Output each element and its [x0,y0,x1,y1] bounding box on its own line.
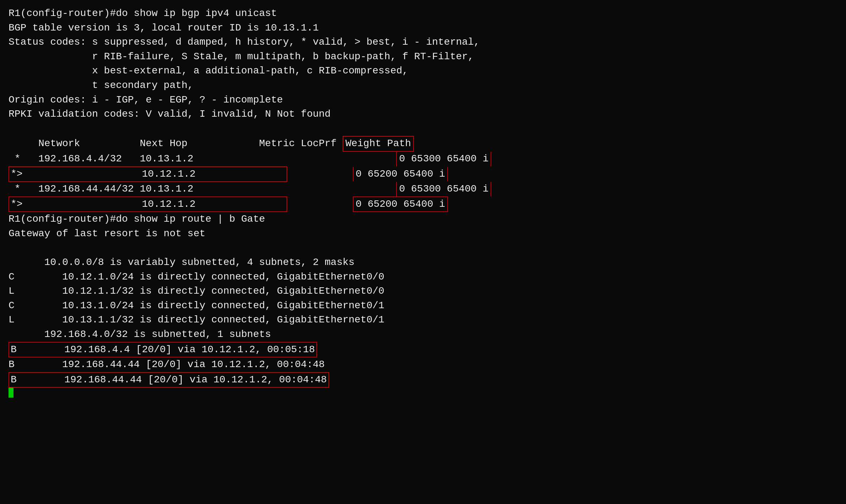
route4-weight: 0 65200 65400 i [353,196,448,212]
line-gw1: Gateway of last resort is not set [9,227,837,241]
header-left: Network Next Hop Metric LocPrf [9,137,343,151]
bgp-route-row-2: *> 10.12.1.2 0 65200 65400 i [9,166,837,182]
route1-weight: 0 65300 65400 i [396,152,491,166]
route4-spacer [287,197,353,212]
blank-line-2 [9,241,837,256]
route2-weight: 0 65200 65400 i [353,167,448,182]
b-route-2-box: B 192.168.44.44 [20/0] via 10.12.1.2, 00… [9,372,329,388]
bgp-route-row-1: * 192.168.4.4/32 10.13.1.2 0 65300 65400… [9,152,837,166]
line-subnet3: B 192.168.44.44 [20/0] via 10.12.1.2, 00… [9,358,837,372]
terminal-container: R1(config-router)#do show ip bgp ipv4 un… [9,6,837,398]
route4-highlight: *> 10.12.1.2 [9,196,287,212]
bgp-table: Network Next Hop Metric LocPrf Weight Pa… [9,136,837,212]
line-bgp6: Origin codes: i - IGP, e - EGP, ? - inco… [9,93,837,107]
line-route-c1: C 10.12.1.0/24 is directly connected, Gi… [9,270,837,284]
bgp-b-route-1: B 192.168.4.4 [20/0] via 10.12.1.2, 00:0… [9,342,837,358]
route3-weight: 0 65300 65400 i [396,182,491,196]
bgp-header-row: Network Next Hop Metric LocPrf Weight Pa… [9,136,837,152]
route1-left: * 192.168.4.4/32 10.13.1.2 [9,152,396,166]
line-bgp5: t secondary path, [9,78,837,93]
line-subnet2: 192.168.4.0/32 is subnetted, 1 subnets [9,327,837,342]
bgp-b-route-2: B 192.168.44.44 [20/0] via 10.12.1.2, 00… [9,372,837,388]
header-right-box: Weight Path [343,136,414,152]
line-bgp2: Status codes: s suppressed, d damped, h … [9,35,837,50]
line-bgp7: RPKI validation codes: V valid, I invali… [9,107,837,122]
route2-highlight: *> 10.12.1.2 [9,166,287,182]
line-subnet1: 10.0.0.0/8 is variably subnetted, 4 subn… [9,255,837,270]
route2-spacer [287,167,353,182]
route3-left: * 192.168.44.44/32 10.13.1.2 [9,182,396,196]
line-route-c2: C 10.13.1.0/24 is directly connected, Gi… [9,299,837,313]
line-cmd1: R1(config-router)#do show ip bgp ipv4 un… [9,6,837,21]
line-bgp4: x best-external, a additional-path, c RI… [9,64,837,78]
line-bgp3: r RIB-failure, S Stale, m multipath, b b… [9,50,837,64]
cursor [9,388,13,398]
b-route-1-box: B 192.168.4.4 [20/0] via 10.12.1.2, 00:0… [9,342,317,358]
final-prompt-line [9,388,837,398]
line-route-l2: L 10.13.1.1/32 is directly connected, Gi… [9,313,837,327]
blank-line-1 [9,122,837,136]
line-route-l1: L 10.12.1.1/32 is directly connected, Gi… [9,284,837,299]
line-cmd2: R1(config-router)#do show ip route | b G… [9,212,837,227]
bgp-route-row-3: * 192.168.44.44/32 10.13.1.2 0 65300 654… [9,182,837,196]
bgp-route-row-4: *> 10.12.1.2 0 65200 65400 i [9,196,837,212]
line-bgp1: BGP table version is 3, local router ID … [9,21,837,35]
